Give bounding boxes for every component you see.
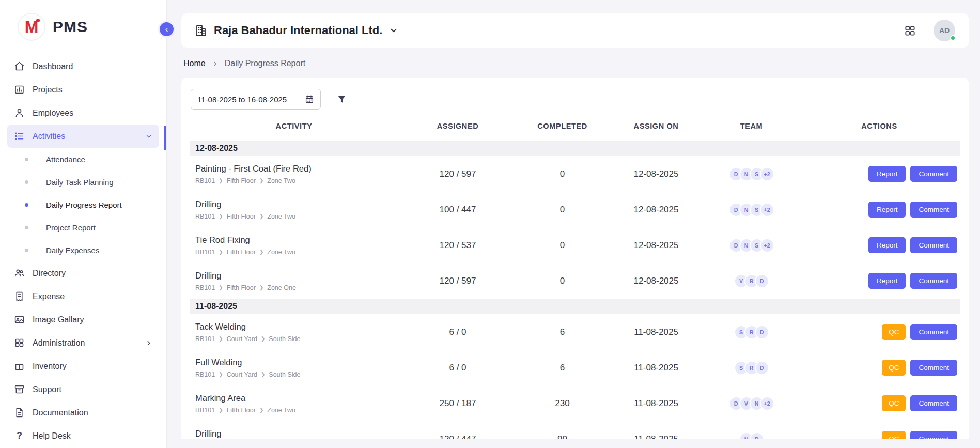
path-segment: Court Yard (227, 371, 257, 378)
table-header: ACTIVITY ASSIGNED COMPLETED ASSIGN ON TE… (190, 112, 960, 141)
path-separator-icon: ❯ (219, 372, 223, 377)
active-menu-indicator (164, 126, 166, 150)
main-content: Raja Bahadur International Ltd. AD Home (167, 0, 980, 448)
sidebar-item-documentation[interactable]: Documentation (7, 401, 159, 424)
comment-button[interactable]: Comment (910, 360, 957, 376)
team-avatar: D (755, 274, 769, 288)
table-row: Marking Area RB101❯Fifth Floor❯Zone Two … (190, 385, 960, 421)
sidebar-item-projects[interactable]: Projects (7, 78, 159, 101)
sidebar-item-image-gallery[interactable]: Image Gallary (7, 308, 159, 331)
team-avatars: NR (705, 432, 798, 440)
team-avatars: SRD (705, 325, 798, 339)
comment-button[interactable]: Comment (910, 431, 957, 439)
comment-button[interactable]: Comment (910, 273, 957, 289)
chevron-down-icon (145, 133, 152, 140)
company-selector[interactable]: Raja Bahadur International Ltd. (195, 24, 398, 37)
activity-cell: Tie Rod Fixing RB101❯Fifth Floor❯Zone Tw… (190, 235, 398, 256)
group-date: 12-08-2025 (195, 144, 238, 153)
date-range-value: 11-08-2025 to 16-08-2025 (197, 95, 287, 104)
sidebar-item-inventory[interactable]: Inventory (7, 354, 159, 378)
activity-cell: Painting - First Coat (Fire Red) RB101❯F… (190, 164, 398, 184)
report-button[interactable]: Report (868, 166, 906, 182)
path-segment: Fifth Floor (227, 284, 256, 291)
activity-cell: Drilling RB101❯Fifth Floor❯Zone One (190, 271, 398, 291)
team-avatars: DNS+2 (705, 238, 798, 253)
people-icon (14, 268, 25, 279)
qc-button[interactable]: QC (882, 360, 906, 376)
team-avatar: D (755, 361, 769, 375)
report-button[interactable]: Report (868, 273, 906, 289)
path-separator-icon: ❯ (259, 213, 263, 219)
sidebar-collapse-button[interactable]: ‹ (158, 21, 175, 38)
comment-button[interactable]: Comment (910, 237, 957, 253)
logo-text: PMS (53, 18, 88, 36)
filter-row: 11-08-2025 to 16-08-2025 (190, 89, 960, 110)
sidebar-item-help-desk[interactable]: ? Help Desk (7, 424, 159, 447)
path-separator-icon: ❯ (259, 285, 263, 290)
document-icon (14, 407, 25, 418)
table-row: Full Welding RB101❯Court Yard❯South Side… (190, 350, 960, 385)
path-segment: RB101 (195, 407, 215, 414)
activity-cell: Drilling RB101❯Fifth Floor❯Zone Two (190, 199, 398, 220)
question-mark-icon: ? (14, 430, 25, 441)
sidebar-item-label: Employees (33, 109, 73, 118)
qc-button[interactable]: QC (882, 431, 906, 439)
sidebar-item-daily-task-planning[interactable]: Daily Task Planning (0, 171, 166, 193)
comment-button[interactable]: Comment (910, 324, 957, 340)
sidebar-item-daily-progress-report[interactable]: Daily Progress Report (0, 193, 166, 216)
report-button[interactable]: Report (868, 237, 906, 253)
apps-grid-icon[interactable] (904, 25, 916, 37)
assign-on-value: 12-08-2025 (608, 276, 705, 286)
sidebar-item-label: Inventory (33, 362, 67, 371)
sidebar-item-employees[interactable]: Employees (7, 101, 159, 125)
bullet-icon (25, 180, 28, 184)
column-header-actions: ACTIONS (798, 122, 960, 130)
path-separator-icon: ❯ (219, 213, 223, 219)
sidebar-item-dashboard[interactable]: Dashboard (7, 55, 159, 78)
projects-icon (14, 84, 25, 95)
sidebar-menu: Dashboard Projects Employees Activities (0, 52, 166, 448)
completed-value: 0 (517, 205, 608, 215)
user-avatar[interactable]: AD (934, 20, 955, 41)
activity-path: RB101❯Fifth Floor❯Zone Two (195, 213, 398, 220)
team-avatar: D (755, 325, 769, 339)
breadcrumb: Home Daily Progress Report (183, 59, 969, 68)
assigned-value: 100 / 447 (398, 205, 517, 215)
sidebar-item-expense[interactable]: Expense (7, 285, 159, 308)
receipt-icon (14, 291, 25, 302)
path-segment: Zone Two (267, 177, 295, 184)
completed-value: 6 (517, 327, 608, 337)
comment-button[interactable]: Comment (910, 202, 957, 218)
logo-icon: M (18, 13, 45, 41)
sidebar-item-activities[interactable]: Activities (7, 125, 159, 148)
sidebar-item-daily-expenses[interactable]: Daily Expenses (0, 239, 166, 261)
filter-icon[interactable] (336, 94, 347, 105)
activity-title: Full Welding (195, 358, 398, 367)
group-date: 11-08-2025 (195, 302, 237, 311)
sidebar-item-directory[interactable]: Directory (7, 261, 159, 285)
path-segment: Zone Two (267, 213, 295, 220)
comment-button[interactable]: Comment (910, 166, 957, 182)
sidebar-item-label: Documentation (33, 408, 88, 418)
sidebar-item-support[interactable]: Support (7, 378, 159, 401)
comment-button[interactable]: Comment (910, 395, 957, 411)
logo[interactable]: M PMS (0, 0, 166, 52)
sidebar-item-label: Activities (33, 132, 65, 141)
bullet-icon (25, 226, 28, 229)
column-header-completed: COMPLETED (517, 122, 608, 130)
breadcrumb-home-link[interactable]: Home (183, 59, 206, 68)
path-separator-icon: ❯ (261, 336, 265, 342)
row-actions: ReportComment (798, 202, 960, 218)
activity-path: RB101❯Court Yard❯South Side (195, 371, 398, 378)
qc-button[interactable]: QC (882, 324, 906, 340)
sidebar-item-administration[interactable]: Administration (7, 331, 159, 354)
column-header-assign-on: ASSIGN ON (608, 122, 705, 130)
home-icon (14, 61, 25, 72)
report-button[interactable]: Report (868, 202, 906, 218)
path-segment: Court Yard (227, 335, 257, 343)
sidebar-item-project-report[interactable]: Project Report (0, 216, 166, 239)
date-range-input[interactable]: 11-08-2025 to 16-08-2025 (191, 89, 321, 110)
bullet-icon (25, 203, 28, 207)
sidebar-item-attendance[interactable]: Attendance (0, 148, 166, 171)
qc-button[interactable]: QC (882, 395, 906, 411)
